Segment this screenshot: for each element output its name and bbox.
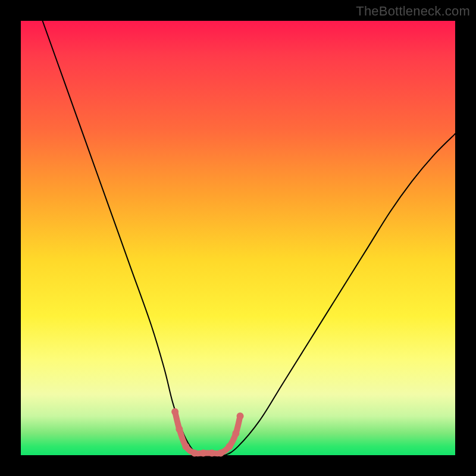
valley-dot [226,443,233,450]
valley-dot [182,443,189,450]
chart-stage: TheBottleneck.com [0,0,476,476]
watermark-text: TheBottleneck.com [356,4,470,19]
valley-dot [208,449,215,456]
plot-area [21,21,455,455]
valley-dot [232,430,239,437]
valley-dot [200,449,207,456]
valley-dot [237,412,244,419]
valley-dot [171,408,178,415]
valley-dot [176,425,183,433]
curve-layer [21,21,455,455]
valley-dot [217,449,224,456]
bottleneck-curve [43,21,456,456]
valley-dot [191,449,198,456]
